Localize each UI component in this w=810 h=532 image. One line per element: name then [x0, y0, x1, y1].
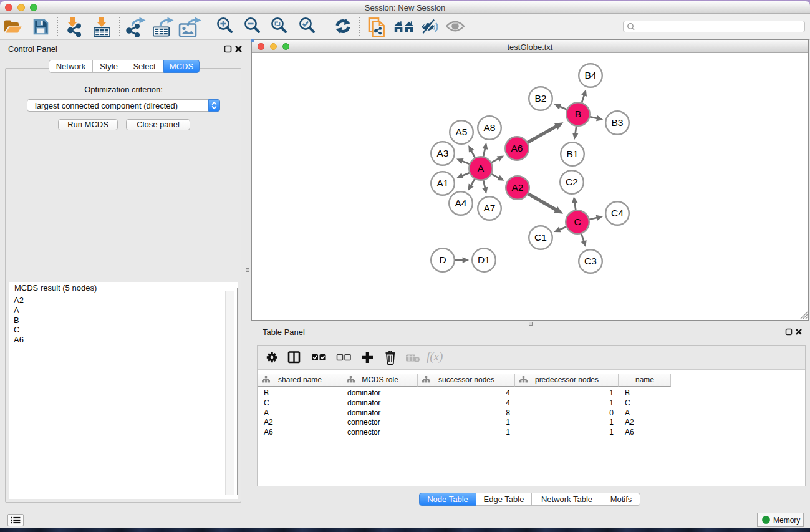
svg-text:C1: C1: [534, 232, 547, 243]
svg-text:A2: A2: [512, 182, 524, 193]
svg-text:A5: A5: [456, 127, 468, 137]
svg-text:C2: C2: [566, 177, 578, 187]
svg-text:C3: C3: [584, 256, 597, 266]
svg-text:D1: D1: [478, 254, 490, 265]
svg-text:B1: B1: [567, 148, 579, 159]
svg-text:B2: B2: [535, 93, 547, 104]
svg-text:A7: A7: [484, 203, 496, 213]
svg-text:B4: B4: [585, 70, 597, 80]
svg-text:A1: A1: [437, 178, 449, 188]
svg-text:A3: A3: [437, 148, 449, 158]
svg-text:A6: A6: [511, 143, 523, 153]
svg-text:B3: B3: [612, 117, 624, 128]
svg-text:A: A: [478, 163, 485, 173]
svg-text:B: B: [575, 109, 581, 119]
svg-text:C4: C4: [611, 208, 624, 218]
svg-text:A4: A4: [455, 198, 467, 208]
svg-text:C: C: [574, 216, 581, 227]
svg-text:D: D: [439, 254, 446, 265]
svg-text:A8: A8: [484, 122, 496, 133]
